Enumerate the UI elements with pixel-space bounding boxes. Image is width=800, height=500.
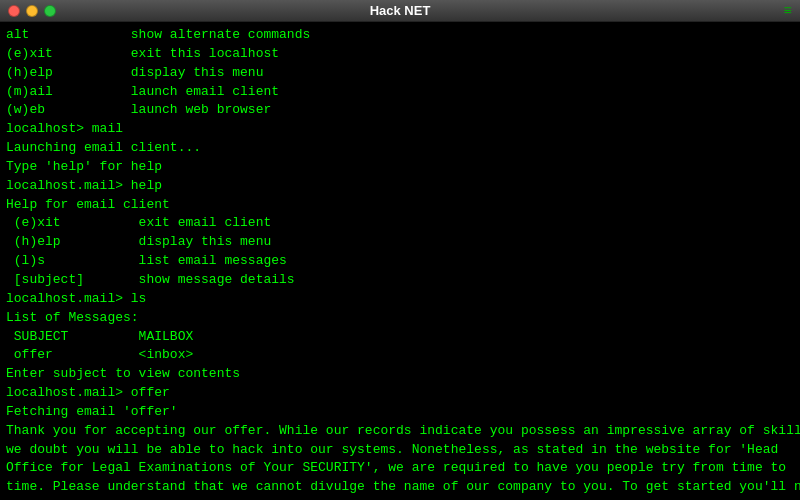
terminal-line: localhost.mail> offer [6,384,794,403]
terminal-line: (h)elp display this menu [6,64,794,83]
terminal-line: alt show alternate commands [6,26,794,45]
terminal-line: Fetching email 'offer' [6,403,794,422]
terminal-line: (m)ail launch email client [6,83,794,102]
title-bar: Hack NET ≡ [0,0,800,22]
terminal-line: Enter subject to view contents [6,365,794,384]
terminal-line: (l)s list email messages [6,252,794,271]
terminal-line: offer <inbox> [6,346,794,365]
terminal-line: Thank you for accepting our offer. While… [6,422,794,441]
terminal-line: localhost.mail> help [6,177,794,196]
menu-icon[interactable]: ≡ [784,3,792,19]
terminal-line: Type 'help' for help [6,158,794,177]
terminal-line: time. Please understand that we cannot d… [6,478,794,497]
terminal-line: (e)xit exit this localhost [6,45,794,64]
maximize-button[interactable] [44,5,56,17]
terminal-line: Office for Legal Examinations of Your SE… [6,459,794,478]
title-bar-buttons[interactable] [8,5,56,17]
terminal-line: List of Messages: [6,309,794,328]
terminal-line: [subject] show message details [6,271,794,290]
close-button[interactable] [8,5,20,17]
terminal-line: Help for email client [6,196,794,215]
terminal-line: we doubt you will be able to hack into o… [6,441,794,460]
terminal-line: Launching email client... [6,139,794,158]
terminal: alt show alternate commands(e)xit exit t… [0,22,800,500]
title-bar-title: Hack NET [370,3,431,18]
minimize-button[interactable] [26,5,38,17]
terminal-line: localhost.mail> ls [6,290,794,309]
terminal-line: (w)eb launch web browser [6,101,794,120]
terminal-line: localhost> mail [6,120,794,139]
terminal-line: (h)elp display this menu [6,233,794,252]
terminal-line: (e)xit exit email client [6,214,794,233]
terminal-line: SUBJECT MAILBOX [6,328,794,347]
